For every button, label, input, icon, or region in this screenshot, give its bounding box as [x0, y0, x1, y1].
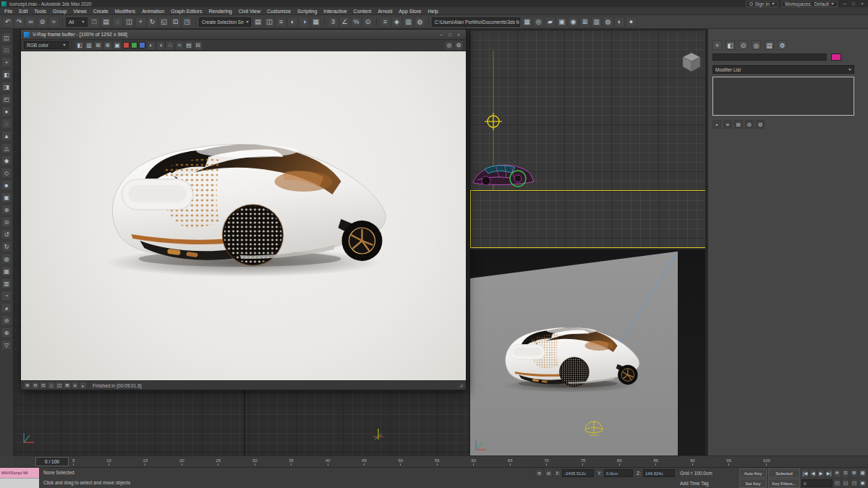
set-key-button[interactable]: Set Key — [739, 479, 767, 488]
menu-item[interactable]: Content — [354, 9, 372, 14]
timeline-tick[interactable]: 65 — [508, 458, 513, 466]
timeline-tick[interactable]: 100 — [763, 458, 770, 466]
object-name-field[interactable] — [712, 53, 827, 61]
command-panel-tab[interactable]: ⊙ — [739, 40, 748, 50]
timeline-tick[interactable]: 95 — [726, 458, 731, 466]
vfb-tool-icon[interactable]: ◑ — [156, 41, 165, 50]
vfb-tool-icon[interactable]: ◎ — [445, 41, 454, 50]
left-toolbar-icon[interactable]: ⊙ — [1, 217, 12, 227]
viewport-nav-icon[interactable]: ◳ — [851, 479, 859, 488]
origin-axis-gizmo[interactable] — [372, 427, 385, 441]
toolbar-icon[interactable]: ▥ — [591, 17, 602, 27]
left-toolbar-icon[interactable]: ▣ — [1, 192, 12, 202]
command-panel-tab[interactable]: ▤ — [765, 40, 774, 50]
timeline-tick[interactable]: 75 — [581, 458, 586, 466]
timeline-tick[interactable]: 50 — [399, 458, 404, 466]
left-toolbar-icon[interactable]: ◔ — [1, 291, 12, 301]
toolbar-icon[interactable]: ◈ — [391, 17, 402, 27]
vfb-channel-toggle[interactable] — [123, 42, 129, 48]
sign-in-button[interactable]: Sign In — [746, 1, 778, 7]
toolbar-icon[interactable]: ↷ — [14, 17, 25, 27]
menu-item[interactable]: File — [4, 9, 12, 14]
vfb-window-control-button[interactable]: □ — [446, 31, 454, 38]
timeline-tick[interactable]: 70 — [544, 458, 549, 466]
left-toolbar-icon[interactable]: ▦ — [1, 266, 12, 276]
viewport-nav-icon[interactable]: ◰ — [833, 479, 841, 488]
timeline-tick[interactable]: 45 — [362, 458, 367, 466]
timeline-tick[interactable]: 5 — [72, 458, 75, 466]
auto-key-button[interactable]: Auto Key — [739, 468, 767, 478]
viewport-nav-icon[interactable]: ▦ — [859, 468, 867, 478]
app-logo-icon[interactable] — [1, 1, 7, 7]
timeline-tick[interactable]: 90 — [690, 458, 695, 466]
vfb-zoom-icon[interactable]: ⊞ — [64, 382, 71, 389]
left-toolbar-icon[interactable]: ↺ — [1, 229, 12, 239]
vfb-zoom-icon[interactable]: □ — [48, 382, 55, 389]
vfb-zoom-icon[interactable]: ⊡ — [40, 382, 47, 389]
toolbar-icon[interactable]: ▥ — [403, 17, 414, 27]
menu-item[interactable]: Scripting — [297, 9, 317, 14]
menu-item[interactable]: Animation — [142, 9, 164, 14]
add-time-tag[interactable]: Add Time Tag — [680, 481, 709, 486]
vfb-window-control-button[interactable]: ─ — [437, 31, 446, 38]
z-coordinate-field[interactable]: 146.924c — [643, 469, 675, 477]
timeline-tick[interactable]: 35 — [289, 458, 294, 466]
stack-tool-icon[interactable]: ⊞ — [734, 120, 743, 129]
vfb-tool-icon[interactable]: ≈ — [175, 41, 184, 50]
timeline-tick[interactable]: 55 — [435, 458, 440, 466]
named-selection-set-combo[interactable]: Create Selection Se — [199, 17, 251, 27]
key-filters-button[interactable]: Key Filters... — [768, 479, 800, 488]
timeline-tick[interactable]: 40 — [326, 458, 331, 466]
toolbar-icon[interactable]: ↻ — [147, 17, 158, 27]
timeline-tick[interactable]: 60 — [471, 458, 476, 466]
left-toolbar-icon[interactable]: ▽ — [1, 340, 12, 350]
vfb-tool-icon[interactable]: ⊟ — [194, 41, 203, 50]
viewcube[interactable] — [681, 51, 702, 72]
car-wireframe-side[interactable] — [470, 160, 540, 190]
toolbar-icon[interactable]: ▦ — [522, 17, 532, 27]
vfb-tool-icon[interactable]: ⚙ — [454, 41, 463, 50]
left-toolbar-icon[interactable]: △ — [1, 143, 12, 153]
snap-toggle-icon[interactable]: ∠ — [339, 17, 350, 27]
menu-item[interactable]: Group — [53, 9, 67, 14]
toolbar-icon[interactable]: ▤ — [101, 17, 111, 27]
vfb-tool-icon[interactable]: ∴ — [166, 41, 174, 50]
x-coordinate-field[interactable]: -2405.512c — [562, 469, 594, 477]
stack-tool-icon[interactable]: ⚙ — [756, 120, 765, 129]
snap-toggle-icon[interactable]: 3 — [328, 17, 339, 27]
left-toolbar-icon[interactable]: ◕ — [1, 303, 12, 313]
vfb-channel-toggle[interactable] — [139, 42, 145, 48]
left-toolbar-icon[interactable]: ◌ — [1, 119, 12, 129]
timeline-tick[interactable]: 30 — [252, 458, 258, 466]
toolbar-icon[interactable]: ⊡ — [170, 17, 181, 27]
toolbar-icon[interactable]: ◌ — [112, 17, 123, 27]
left-toolbar-icon[interactable]: ◇ — [1, 168, 12, 178]
vfb-title-bar[interactable]: V-Ray frame buffer - [100% of 1292 x 968… — [21, 30, 466, 40]
menu-item[interactable]: Interactive — [323, 9, 346, 14]
toolbar-icon[interactable]: ◱ — [158, 17, 169, 27]
workspaces-dropdown[interactable]: Workspaces: Default — [781, 1, 838, 7]
menu-item[interactable]: Create — [93, 9, 109, 14]
menu-item[interactable]: App Store — [399, 9, 421, 14]
toolbar-icon[interactable]: ≈ — [48, 17, 59, 27]
left-toolbar-icon[interactable]: ● — [1, 106, 12, 116]
y-coordinate-field[interactable]: 0.0cm — [604, 469, 633, 477]
toolbar-icon[interactable]: ▦ — [310, 17, 321, 27]
menu-item[interactable]: Customize — [267, 9, 291, 14]
vfb-tool-icon[interactable]: ◧ — [75, 41, 84, 50]
toolbar-icon[interactable]: □ — [89, 17, 100, 27]
toolbar-icon[interactable]: ◎ — [533, 17, 544, 27]
vfb-channel-toggle[interactable] — [131, 42, 137, 48]
menu-item[interactable]: Modifiers — [115, 9, 135, 14]
toolbar-icon[interactable]: ◉ — [568, 17, 579, 27]
vfb-tool-icon[interactable]: ⊞ — [94, 41, 103, 50]
menu-item[interactable]: Rendering — [208, 9, 231, 14]
left-toolbar-icon[interactable]: ⊖ — [1, 315, 12, 325]
time-slider-handle[interactable]: 0 / 100 — [35, 457, 69, 466]
maxscript-listener-line[interactable] — [0, 478, 39, 488]
stack-tool-icon[interactable]: ▪ — [712, 120, 721, 129]
toolbar-icon[interactable]: ◐ — [287, 17, 298, 27]
vfb-tool-icon[interactable]: ⊗ — [103, 41, 112, 50]
timeline-tick[interactable]: 20 — [179, 458, 184, 466]
selection-lock-icon[interactable]: ≋ — [535, 469, 543, 477]
